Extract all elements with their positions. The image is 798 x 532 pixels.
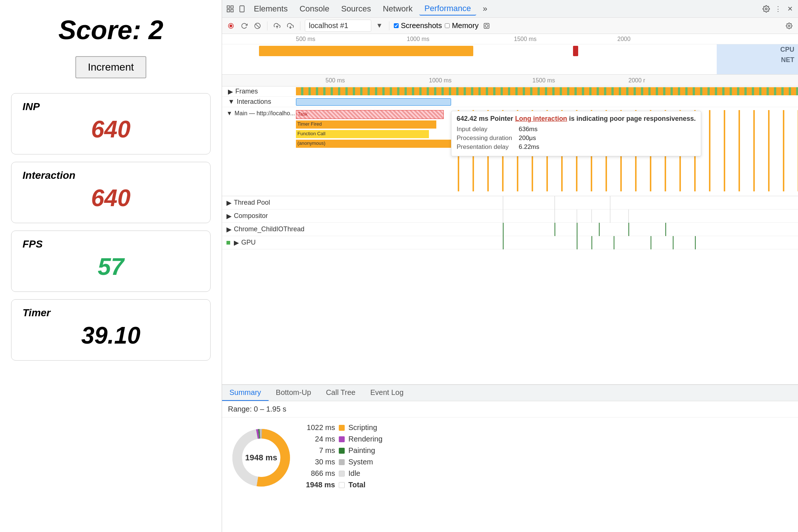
settings-icon[interactable] — [761, 4, 771, 14]
interactions-expand-icon[interactable]: ▼ — [228, 98, 235, 106]
gpu-expand-icon[interactable]: ▶ — [234, 239, 239, 247]
memory-checkbox[interactable] — [445, 23, 450, 28]
fps-label: FPS — [23, 238, 199, 250]
svg-rect-13 — [484, 23, 490, 28]
green-line-6 — [665, 223, 666, 236]
timer-fired-label: Timer Fired — [296, 121, 322, 127]
increment-button[interactable]: Increment — [75, 56, 147, 78]
interaction-value: 640 — [23, 184, 199, 212]
gpu-line-4 — [614, 236, 614, 249]
download-icon[interactable] — [285, 21, 296, 31]
compositor-label[interactable]: ▶ Compositor — [222, 212, 296, 220]
thread-pool-expand-icon[interactable]: ▶ — [226, 199, 232, 207]
timeline-selection[interactable] — [717, 44, 798, 75]
main-expand-icon[interactable]: ▼ — [226, 110, 232, 117]
gpu-line-5 — [651, 236, 651, 249]
main-label[interactable]: ▼ Main — http://localho... — [222, 107, 296, 117]
tooltip-time: 642.42 ms — [457, 115, 488, 122]
screenshots-checkbox[interactable] — [394, 23, 399, 28]
chrome-child-row[interactable]: ▶ Chrome_ChildIOThread — [222, 223, 798, 236]
compositor-expand-icon[interactable]: ▶ — [226, 212, 232, 220]
rendering-color — [339, 436, 345, 442]
interactions-content — [296, 97, 798, 107]
legend-rendering-label: Rendering — [348, 435, 382, 443]
cpu-bar — [259, 46, 473, 56]
frames-expand-icon[interactable]: ▶ — [228, 88, 233, 96]
tab-sources[interactable]: Sources — [336, 3, 376, 15]
upload-icon[interactable] — [272, 21, 282, 31]
legend-system-label: System — [348, 458, 373, 466]
reload-icon[interactable] — [239, 21, 249, 31]
target-url[interactable]: localhost #1 — [305, 20, 371, 32]
comp-vline-2 — [555, 209, 555, 223]
divider-1 — [267, 21, 267, 30]
tooltip-suffix: is indicating poor page responsiveness. — [569, 115, 696, 122]
thread-pool-row[interactable]: ▶ Thread Pool — [222, 196, 798, 209]
bottom-content: Range: 0 – 1.95 s — [222, 401, 798, 532]
tooltip-input-delay: Input delay 636ms — [457, 126, 696, 133]
tab-console[interactable]: Console — [294, 3, 335, 15]
interaction-bar[interactable] — [296, 98, 451, 106]
tab-summary[interactable]: Summary — [222, 385, 269, 401]
svg-rect-1 — [231, 6, 233, 8]
thread-pool-label[interactable]: ▶ Thread Pool — [222, 199, 296, 207]
url-dropdown-icon[interactable]: ▼ — [374, 21, 385, 31]
device-icon[interactable] — [237, 4, 247, 14]
timer-card: Timer 39.10 — [11, 299, 211, 361]
tooltip-processing: Processing duration 200μs — [457, 134, 696, 142]
tab-event-log[interactable]: Event Log — [363, 385, 411, 401]
donut-chart: 1948 ms — [228, 424, 294, 491]
devtools-toolbar: localhost #1 ▼ Screenshots Memory — [222, 18, 798, 34]
inspect-icon[interactable] — [225, 4, 235, 14]
scripting-color — [339, 425, 345, 431]
timeline-overview[interactable]: 500 ms 1000 ms 1500 ms 2000 CPU NET — [222, 34, 798, 75]
donut-center-label: 1948 ms — [245, 453, 277, 463]
bottom-panel: Summary Bottom-Up Call Tree Event Log Ra… — [222, 384, 798, 532]
legend-idle-label: Idle — [348, 469, 360, 478]
gpu-line-6 — [673, 236, 673, 249]
tab-elements[interactable]: Elements — [249, 3, 293, 15]
tooltip-link[interactable]: Long interaction — [515, 115, 567, 122]
tab-performance[interactable]: Performance — [419, 2, 476, 16]
ruler-2000: 2000 — [617, 36, 631, 42]
inp-label: INP — [23, 101, 199, 113]
function-call-bar: Function Call — [296, 130, 429, 138]
legend-scripting: 1022 ms Scripting — [306, 423, 382, 432]
legend-rendering: 24 ms Rendering — [306, 435, 382, 443]
gpu-line-1 — [503, 236, 504, 249]
legend-total-label: Total — [348, 481, 365, 489]
perf-settings-icon[interactable] — [784, 21, 794, 31]
tab-bottom-up[interactable]: Bottom-Up — [269, 385, 319, 401]
tab-more[interactable]: » — [478, 3, 492, 15]
gpu-row[interactable]: ▶ GPU — [222, 236, 798, 249]
interactions-label[interactable]: ▼ Interactions — [222, 98, 296, 106]
memory-checkbox-row: Memory — [445, 21, 478, 30]
clear-icon[interactable] — [252, 21, 263, 31]
fps-value: 57 — [23, 253, 199, 280]
frames-label[interactable]: ▶ Frames — [222, 88, 296, 96]
frames-content — [296, 86, 798, 96]
svg-point-15 — [788, 25, 790, 27]
timeline-ruler2: 500 ms 1000 ms 1500 ms 2000 r — [222, 75, 798, 86]
legend-system-ms: 30 ms — [306, 458, 335, 466]
capture-icon[interactable] — [481, 21, 492, 31]
legend-total: 1948 ms Total — [306, 481, 382, 489]
screenshots-checkbox-row: Screenshots — [394, 21, 442, 30]
more-icon[interactable]: ⋮ — [773, 4, 783, 14]
legend-total-ms: 1948 ms — [306, 481, 335, 489]
tab-network[interactable]: Network — [378, 3, 418, 15]
inp-card: INP 640 — [11, 93, 211, 154]
chrome-child-expand-icon[interactable]: ▶ — [226, 225, 232, 233]
record-icon[interactable] — [226, 21, 236, 31]
idle-color — [339, 471, 345, 477]
chrome-child-label[interactable]: ▶ Chrome_ChildIOThread — [222, 225, 296, 233]
tooltip-input-delay-val: 636ms — [519, 126, 538, 133]
gpu-label[interactable]: ▶ GPU — [222, 239, 296, 247]
chrome-child-content — [296, 223, 798, 236]
comp-vline-6 — [628, 209, 629, 223]
timeline-main[interactable]: 500 ms 1000 ms 1500 ms 2000 r ▶ Frames ▼… — [222, 75, 798, 384]
compositor-row[interactable]: ▶ Compositor — [222, 209, 798, 223]
tab-call-tree[interactable]: Call Tree — [318, 385, 363, 401]
range-label: Range: 0 – 1.95 s — [222, 401, 798, 417]
close-icon[interactable]: ✕ — [785, 4, 795, 14]
